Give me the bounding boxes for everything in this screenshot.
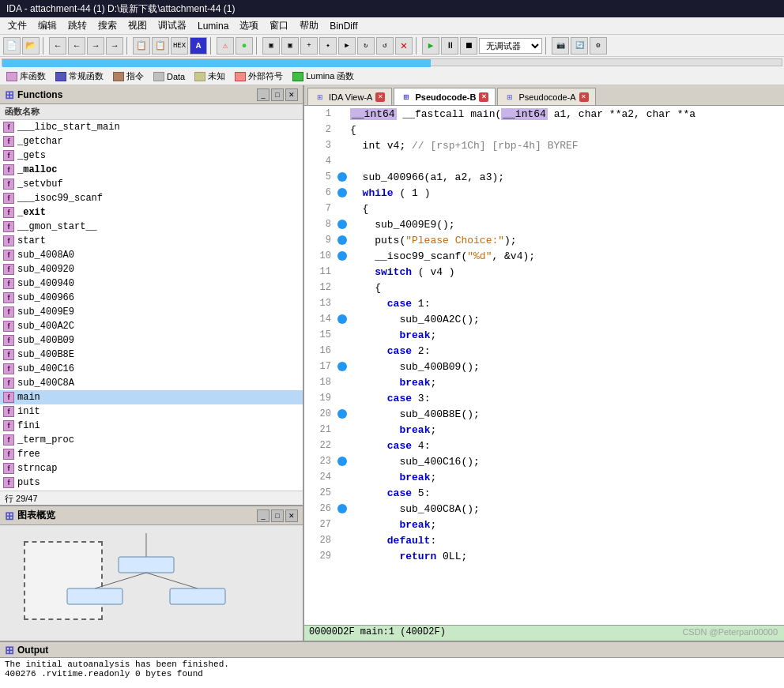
bp-dot-9[interactable] [337,235,347,245]
menu-jump[interactable]: 跳转 [63,17,92,34]
toolbar-a[interactable]: A [190,37,207,55]
toolbar-fwd[interactable]: → [87,37,104,55]
toolbar-paste[interactable]: 📋 [152,37,169,55]
code-area[interactable]: 1 __int64 __fastcall main(__int64 a1, ch… [304,106,784,625]
func-item[interactable]: f _malloc [0,163,303,177]
toolbar-b5[interactable]: ▶ [338,37,356,55]
toolbar-pause[interactable]: ⏸ [441,37,458,55]
menu-debugger[interactable]: 调试器 [153,17,191,34]
toolbar-hex[interactable]: HEX [171,37,188,55]
func-item-main[interactable]: f main [0,390,303,404]
toolbar-stop[interactable]: ⏹ [460,37,477,55]
func-item[interactable]: f sub_400C8A [0,376,303,390]
menu-help[interactable]: 帮助 [295,17,323,34]
func-item[interactable]: f _term_proc [0,433,303,447]
func-item[interactable]: f init [0,404,303,419]
toolbar-back[interactable]: ← [49,37,66,55]
menu-window[interactable]: 窗口 [265,17,293,34]
graph-close[interactable]: ✕ [285,509,298,522]
toolbar-open[interactable]: 📂 [22,37,40,55]
func-item[interactable]: f sub_400940 [0,276,303,291]
func-item[interactable]: f sub_400920 [0,262,303,276]
functions-close[interactable]: ✕ [285,88,298,101]
toolbar-x[interactable]: ✕ [395,37,413,55]
code-line-22: 22 case 4: [304,438,784,453]
functions-maximize[interactable]: □ [271,88,284,101]
bp-dot-10[interactable] [337,251,347,261]
func-item[interactable]: f sub_400966 [0,291,303,305]
bp-dot-20[interactable] [337,409,347,419]
bp-dot-6[interactable] [337,188,347,197]
func-item[interactable]: f __gmon_start__ [0,220,303,234]
svg-line-3 [146,573,198,588]
bp-dot-17[interactable] [337,362,347,371]
func-item[interactable]: f sub_4009E9 [0,305,303,319]
debug-selector[interactable]: 无调试器 [479,38,542,54]
func-item[interactable]: f strncap [0,461,303,476]
tab-ida-view-a[interactable]: ⊞ IDA View-A ✕ [307,88,392,105]
toolbar-new[interactable]: 📄 [3,37,21,55]
bp-dot-8[interactable] [337,220,347,229]
toolbar-fwd2[interactable]: → [106,37,123,55]
menu-bindiff[interactable]: BinDiff [325,19,362,33]
graph-minimize[interactable]: _ [257,509,270,522]
line-num-19: 19 [307,393,331,404]
toolbar-b3[interactable]: + [300,37,318,55]
toolbar-play[interactable]: ▶ [422,37,439,55]
func-item[interactable]: f puts [0,476,303,490]
menu-options[interactable]: 选项 [235,17,263,34]
menu-file[interactable]: 文件 [3,17,32,34]
tab-pseudocode-b-close[interactable]: ✕ [479,92,488,102]
toolbar-b6[interactable]: ↻ [357,37,375,55]
code-text-22: case 4: [350,440,430,452]
toolbar-b4[interactable]: ✦ [319,37,337,55]
tab-pseudocode-a-icon: ⊞ [504,92,515,103]
func-item[interactable]: f _getchar [0,134,303,149]
menu-edit[interactable]: 编辑 [33,17,62,34]
func-icon: f [3,306,14,318]
tab-pseudocode-a-close[interactable]: ✕ [579,92,589,102]
func-item[interactable]: f ___libc_start_main [0,120,303,134]
func-item[interactable]: f _exit [0,205,303,220]
func-name: start [17,235,46,246]
toolbar-snap[interactable]: 📷 [552,37,569,55]
func-item[interactable]: f free [0,447,303,461]
tab-ida-view-a-close[interactable]: ✕ [375,92,385,102]
toolbar-b2[interactable]: ▣ [281,37,299,55]
func-item[interactable]: f sub_400C16 [0,362,303,376]
func-item[interactable]: f fini [0,419,303,433]
tab-pseudocode-b[interactable]: ⊞ Pseudocode-B ✕ [394,88,496,105]
legend-external-color [235,72,246,81]
toolbar-back2[interactable]: ← [68,37,85,55]
toolbar-b1[interactable]: ▣ [262,37,280,55]
toolbar-dot[interactable]: ● [236,37,253,55]
graph-maximize[interactable]: □ [271,509,284,522]
func-item[interactable]: f sub_400B8E [0,348,303,362]
toolbar-b7[interactable]: ↺ [376,37,394,55]
line-num-5: 5 [307,171,331,182]
graph-content[interactable] [0,525,303,641]
functions-list[interactable]: f ___libc_start_main f _getchar f _gets … [0,120,303,491]
bp-dot-5[interactable] [337,172,347,182]
menu-search[interactable]: 搜索 [93,17,122,34]
toolbar-copy[interactable]: 📋 [133,37,150,55]
func-name: sub_400966 [17,292,74,303]
toolbar-settings[interactable]: ⚙ [590,37,607,55]
func-item[interactable]: f sub_400B09 [0,333,303,348]
menu-lumina[interactable]: Lumina [193,19,233,33]
bp-dot-23[interactable] [337,457,347,466]
bp-dot-14[interactable] [337,314,347,324]
func-item[interactable]: f ___isoc99_scanf [0,191,303,205]
tab-pseudocode-a[interactable]: ⊞ Pseudocode-A ✕ [497,88,595,105]
toolbar-restore[interactable]: 🔄 [571,37,588,55]
func-name: sub_400C8A [17,378,74,389]
func-item[interactable]: f _gets [0,149,303,163]
func-item[interactable]: f start [0,234,303,248]
menu-view[interactable]: 视图 [123,17,152,34]
func-item[interactable]: f sub_4008A0 [0,248,303,262]
toolbar-warn[interactable]: ⚠ [217,37,234,55]
functions-minimize[interactable]: _ [257,88,270,101]
func-item[interactable]: f _setvbuf [0,177,303,191]
func-item[interactable]: f sub_400A2C [0,319,303,333]
bp-dot-26[interactable] [337,504,347,513]
